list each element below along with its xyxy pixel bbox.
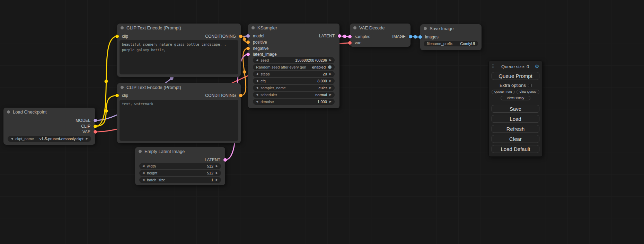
- view-history-button[interactable]: View History: [501, 96, 530, 100]
- load-default-button[interactable]: Load Default: [492, 145, 539, 153]
- collapse-dot-icon[interactable]: [7, 110, 10, 114]
- arrow-left-icon[interactable]: ◀: [142, 165, 144, 168]
- arrow-left-icon[interactable]: ◀: [256, 59, 258, 62]
- output-slot-model[interactable]: [94, 119, 97, 122]
- wire-midpoint-dot: [343, 35, 346, 38]
- collapse-dot-icon[interactable]: [353, 26, 356, 29]
- input-slot-clip[interactable]: [115, 35, 119, 38]
- wire-midpoint-dot: [414, 35, 417, 39]
- widget-sampler-name[interactable]: ◀ sampler_name euler ▶: [253, 85, 335, 91]
- widget-steps[interactable]: ◀ steps 20 ▶: [253, 71, 335, 77]
- input-label-vae: vae: [355, 40, 361, 46]
- widget-name: steps: [261, 72, 270, 76]
- node-title: Load Checkpoint: [13, 109, 47, 115]
- arrow-right-icon[interactable]: ▶: [329, 87, 332, 89]
- collapse-dot-icon[interactable]: [139, 150, 142, 153]
- widget-random-seed-toggle[interactable]: Random seed after every gen enabled: [253, 64, 335, 70]
- arrow-right-icon[interactable]: ▶: [216, 165, 218, 168]
- arrow-left-icon[interactable]: ◀: [256, 100, 258, 103]
- arrow-right-icon[interactable]: ▶: [329, 73, 332, 75]
- refresh-button[interactable]: Refresh: [492, 125, 539, 133]
- output-slot-clip[interactable]: [94, 125, 97, 128]
- node-title-bar[interactable]: Load Checkpoint: [3, 108, 95, 116]
- collapse-dot-icon[interactable]: [121, 86, 124, 89]
- arrow-left-icon[interactable]: ◀: [11, 137, 13, 140]
- output-slot-vae[interactable]: [94, 130, 97, 134]
- widget-scheduler[interactable]: ◀ scheduler normal ▶: [253, 92, 335, 98]
- node-title-bar[interactable]: KSampler: [248, 24, 339, 32]
- input-slot-clip[interactable]: [115, 94, 119, 97]
- widget-filename-prefix[interactable]: filename_prefix ComfyUI: [424, 41, 478, 46]
- node-save-image[interactable]: Save Image images filename_prefix ComfyU…: [420, 24, 482, 50]
- node-title-bar[interactable]: VAE Decode: [350, 24, 411, 32]
- queue-prompt-button[interactable]: Queue Prompt: [492, 72, 539, 80]
- widget-height[interactable]: ◀ height 512 ▶: [139, 170, 221, 176]
- output-slot-conditioning[interactable]: [239, 94, 242, 97]
- save-button[interactable]: Save: [492, 105, 539, 113]
- prompt-textarea[interactable]: text, watermark: [120, 100, 238, 141]
- output-slot-latent[interactable]: [223, 158, 227, 162]
- arrow-left-icon[interactable]: ◀: [142, 172, 144, 174]
- settings-gear-icon[interactable]: ⚙: [535, 63, 539, 70]
- output-label-conditioning: CONDITIONING: [205, 92, 236, 99]
- node-ksampler[interactable]: KSampler model positive negative latent_…: [248, 24, 339, 108]
- input-slot-negative[interactable]: [246, 47, 250, 50]
- queue-front-button[interactable]: Queue Front: [492, 90, 515, 94]
- node-clip-text-encode-positive[interactable]: CLIP Text Encode (Prompt) clip CONDITION…: [117, 24, 241, 77]
- node-clip-text-encode-negative[interactable]: CLIP Text Encode (Prompt) clip CONDITION…: [117, 83, 241, 143]
- node-title-bar[interactable]: CLIP Text Encode (Prompt): [117, 24, 241, 32]
- queue-panel-header: ⠿ Queue size: 0 ⚙: [492, 63, 539, 70]
- arrow-right-icon[interactable]: ▶: [329, 80, 332, 82]
- input-slot-latent-image[interactable]: [246, 53, 250, 56]
- widget-cfg[interactable]: ◀ cfg 8.000 ▶: [253, 78, 335, 84]
- prompt-textarea[interactable]: beautiful scenery nature glass bottle la…: [120, 40, 238, 74]
- arrow-right-icon[interactable]: ▶: [216, 179, 218, 181]
- arrow-right-icon[interactable]: ▶: [329, 100, 332, 103]
- extra-options-checkbox[interactable]: [528, 84, 531, 87]
- output-slot-image[interactable]: [409, 35, 412, 38]
- collapse-dot-icon[interactable]: [424, 27, 427, 30]
- comfyui-canvas[interactable]: { "colors": { "model": "#B39DDB", "clip"…: [0, 0, 644, 244]
- arrow-right-icon[interactable]: ▶: [86, 137, 88, 140]
- node-title-bar[interactable]: CLIP Text Encode (Prompt): [117, 83, 241, 91]
- clear-button[interactable]: Clear: [492, 135, 539, 143]
- load-button[interactable]: Load: [492, 115, 539, 123]
- node-title-bar[interactable]: Save Image: [420, 24, 482, 33]
- node-title: Save Image: [430, 26, 453, 31]
- queue-panel[interactable]: ⠿ Queue size: 0 ⚙ Queue Prompt Extra opt…: [488, 61, 542, 157]
- arrow-left-icon[interactable]: ◀: [256, 93, 258, 96]
- widget-seed[interactable]: ◀ seed 156680208700286 ▶: [253, 57, 335, 63]
- collapse-dot-icon[interactable]: [121, 26, 124, 29]
- input-slot-samples[interactable]: [348, 35, 352, 38]
- arrow-left-icon[interactable]: ◀: [142, 179, 144, 181]
- arrow-right-icon[interactable]: ▶: [329, 93, 332, 96]
- input-slot-vae[interactable]: [348, 41, 352, 45]
- widget-denoise[interactable]: ◀ denoise 1.000 ▶: [253, 99, 335, 105]
- drag-handle-icon[interactable]: ⠿: [492, 64, 495, 69]
- output-label-latent: LATENT: [319, 33, 335, 39]
- input-slot-model[interactable]: [246, 34, 250, 38]
- node-empty-latent-image[interactable]: Empty Latent Image LATENT ◀ width 512 ▶ …: [135, 147, 225, 185]
- toggle-knob-icon[interactable]: [328, 65, 332, 69]
- view-queue-button[interactable]: View Queue: [517, 90, 540, 94]
- input-label-model: model: [253, 33, 264, 39]
- node-vae-decode[interactable]: VAE Decode samples IMAGE vae: [350, 24, 411, 47]
- node-title-bar[interactable]: Empty Latent Image: [135, 147, 225, 155]
- input-slot-positive[interactable]: [246, 40, 250, 44]
- arrow-left-icon[interactable]: ◀: [256, 80, 258, 82]
- widget-width[interactable]: ◀ width 512 ▶: [139, 163, 221, 169]
- output-slot-conditioning[interactable]: [239, 35, 242, 38]
- node-load-checkpoint[interactable]: Load Checkpoint MODEL CLIP VAE ◀ ckpt_na…: [3, 108, 95, 145]
- widget-value: 156680208700286: [271, 58, 327, 62]
- output-slot-latent[interactable]: [338, 34, 341, 38]
- arrow-right-icon[interactable]: ▶: [216, 172, 218, 174]
- arrow-left-icon[interactable]: ◀: [256, 73, 258, 75]
- widget-batch-size[interactable]: ◀ batch_size 1 ▶: [139, 177, 221, 183]
- input-slot-images[interactable]: [418, 35, 422, 39]
- widget-name: sampler_name: [261, 86, 286, 90]
- collapse-dot-icon[interactable]: [252, 26, 255, 29]
- widget-name: batch_size: [147, 178, 165, 182]
- arrow-left-icon[interactable]: ◀: [256, 87, 258, 89]
- widget-ckpt-name[interactable]: ◀ ckpt_name v1-5-pruned-emaonly.ckpt ▶: [8, 136, 91, 142]
- arrow-right-icon[interactable]: ▶: [329, 59, 332, 62]
